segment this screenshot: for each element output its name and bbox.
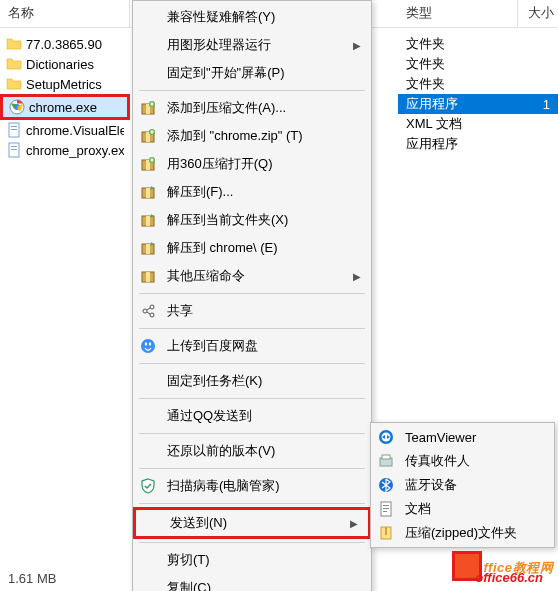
blank-icon — [137, 36, 159, 54]
sendto-submenu: TeamViewer传真收件人蓝牙设备文档压缩(zipped)文件夹 — [370, 422, 555, 548]
menu-label: 解压到 chrome\ (E) — [167, 239, 345, 257]
submenu-label: 蓝牙设备 — [405, 476, 546, 494]
file-name: Dictionaries — [26, 57, 94, 72]
status-size: 1.61 MB — [8, 571, 56, 586]
menu-item[interactable]: 固定到"开始"屏幕(P) — [133, 59, 371, 87]
archive-ext-icon — [137, 239, 159, 257]
file-list: 77.0.3865.90DictionariesSetupMetricschro… — [0, 28, 130, 568]
menu-label: 上传到百度网盘 — [167, 337, 345, 355]
menu-label: 用360压缩打开(Q) — [167, 155, 345, 173]
menu-item[interactable]: 兼容性疑难解答(Y) — [133, 3, 371, 31]
submenu-item[interactable]: 传真收件人 — [371, 449, 554, 473]
archive-add-icon — [137, 99, 159, 117]
menu-item[interactable]: 剪切(T) — [133, 546, 371, 574]
svg-rect-15 — [146, 160, 150, 170]
submenu-item[interactable]: 蓝牙设备 — [371, 473, 554, 497]
doc-icon — [375, 500, 397, 518]
menu-separator — [139, 363, 365, 364]
menu-separator — [139, 542, 365, 543]
menu-label: 添加到压缩文件(A)... — [167, 99, 345, 117]
blank-icon — [137, 551, 159, 569]
menu-item[interactable]: 通过QQ发送到 — [133, 402, 371, 430]
blank-icon — [137, 407, 159, 425]
header-type[interactable]: 类型 — [398, 0, 518, 27]
svg-rect-39 — [383, 511, 387, 512]
fax-icon — [375, 452, 397, 470]
svg-point-29 — [145, 342, 147, 346]
menu-label: 添加到 "chrome.zip" (T) — [167, 127, 345, 145]
menu-item[interactable]: 其他压缩命令▶ — [133, 262, 371, 290]
submenu-label: TeamViewer — [405, 430, 546, 445]
svg-rect-38 — [383, 508, 389, 509]
header-name[interactable]: 名称 — [0, 0, 130, 27]
submenu-arrow-icon: ▶ — [353, 40, 363, 51]
svg-rect-3 — [11, 126, 17, 127]
menu-item[interactable]: 解压到当前文件夹(X) — [133, 206, 371, 234]
submenu-label: 文档 — [405, 500, 546, 518]
menu-item[interactable]: 共享 — [133, 297, 371, 325]
menu-label: 用图形处理器运行 — [167, 36, 345, 54]
submenu-arrow-icon: ▶ — [350, 518, 360, 529]
type-cell[interactable]: 应用程序 — [398, 134, 558, 154]
svg-rect-12 — [146, 132, 150, 142]
menu-separator — [139, 328, 365, 329]
file-row-chrome_proxy.ex[interactable]: chrome_proxy.ex — [0, 140, 130, 160]
menu-item[interactable]: 用360压缩打开(Q) — [133, 150, 371, 178]
blank-icon — [137, 442, 159, 460]
svg-point-26 — [150, 305, 154, 309]
file-row-chrome.exe[interactable]: chrome.exe — [0, 94, 130, 120]
file-row-Dictionaries[interactable]: Dictionaries — [0, 54, 130, 74]
type-cell[interactable]: 文件夹 — [398, 54, 558, 74]
context-menu: 兼容性疑难解答(Y)用图形处理器运行▶固定到"开始"屏幕(P)添加到压缩文件(A… — [132, 0, 372, 591]
type-cell[interactable]: XML 文档 — [398, 114, 558, 134]
menu-item[interactable]: 用图形处理器运行▶ — [133, 31, 371, 59]
menu-item[interactable]: 复制(C) — [133, 574, 371, 591]
menu-item[interactable]: 上传到百度网盘 — [133, 332, 371, 360]
menu-label: 还原以前的版本(V) — [167, 442, 345, 460]
submenu-item[interactable]: 压缩(zipped)文件夹 — [371, 521, 554, 545]
bluetooth-icon — [375, 476, 397, 494]
file-row-SetupMetrics[interactable]: SetupMetrics — [0, 74, 130, 94]
blank-icon — [137, 372, 159, 390]
archive-add-icon — [137, 155, 159, 173]
file-row-77.0.3865.90[interactable]: 77.0.3865.90 — [0, 34, 130, 54]
archive-add-icon — [137, 127, 159, 145]
zip-icon — [375, 524, 397, 542]
menu-item[interactable]: 扫描病毒(电脑管家) — [133, 472, 371, 500]
svg-point-25 — [143, 309, 147, 313]
svg-rect-7 — [11, 149, 17, 150]
submenu-label: 传真收件人 — [405, 452, 546, 470]
menu-label: 共享 — [167, 302, 345, 320]
svg-rect-18 — [146, 188, 150, 198]
type-cell[interactable]: 文件夹 — [398, 74, 558, 94]
menu-item[interactable]: 解压到(F)... — [133, 178, 371, 206]
menu-label: 扫描病毒(电脑管家) — [167, 477, 345, 495]
type-cell[interactable]: 应用程序1 — [398, 94, 558, 114]
menu-label: 其他压缩命令 — [167, 267, 345, 285]
menu-item[interactable]: 解压到 chrome\ (E) — [133, 234, 371, 262]
blank-icon — [137, 579, 159, 591]
archive-icon — [137, 267, 159, 285]
menu-label: 发送到(N) — [170, 514, 342, 532]
menu-item[interactable]: 添加到 "chrome.zip" (T) — [133, 122, 371, 150]
file-icon — [6, 142, 22, 158]
file-row-chrome.VisualEle[interactable]: chrome.VisualEle — [0, 120, 130, 140]
header-size[interactable]: 大小 — [518, 0, 558, 27]
svg-rect-24 — [146, 272, 150, 282]
blank-icon — [137, 64, 159, 82]
menu-item[interactable]: 还原以前的版本(V) — [133, 437, 371, 465]
status-bar: 1.61 MB — [0, 569, 140, 591]
menu-label: 固定到"开始"屏幕(P) — [167, 64, 345, 82]
svg-rect-20 — [146, 216, 150, 226]
menu-item[interactable]: 发送到(N)▶ — [133, 507, 371, 539]
submenu-item[interactable]: TeamViewer — [371, 425, 554, 449]
type-cell[interactable]: 文件夹 — [398, 34, 558, 54]
submenu-item[interactable]: 文档 — [371, 497, 554, 521]
svg-rect-4 — [11, 129, 17, 130]
submenu-arrow-icon: ▶ — [353, 271, 363, 282]
menu-item[interactable]: 添加到压缩文件(A)... — [133, 94, 371, 122]
blank-icon — [137, 8, 159, 26]
svg-point-30 — [149, 342, 151, 346]
teamviewer-icon — [375, 428, 397, 446]
menu-item[interactable]: 固定到任务栏(K) — [133, 367, 371, 395]
